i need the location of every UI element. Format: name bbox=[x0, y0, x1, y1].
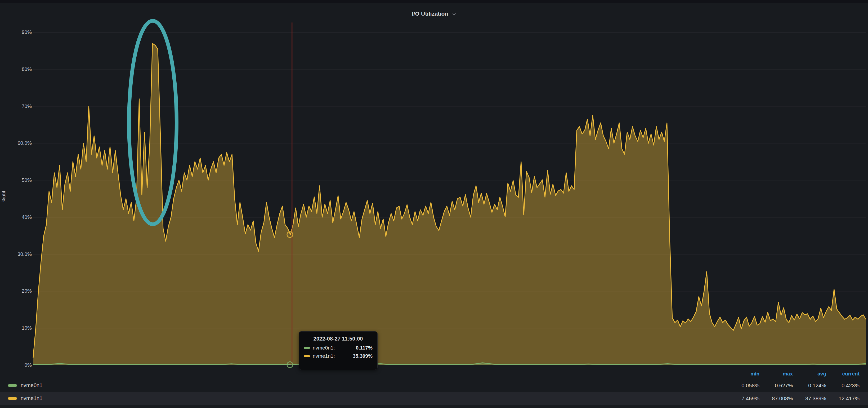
y-tick-label: 40% bbox=[3, 214, 32, 220]
y-tick-label: 20% bbox=[3, 288, 32, 294]
legend-header-max[interactable]: max bbox=[758, 371, 793, 377]
y-tick-label: 60.0% bbox=[3, 140, 32, 146]
legend-stat-max: 0.627% bbox=[758, 382, 793, 388]
tooltip-row-nvme0n1: nvme0n1:0.117% bbox=[304, 345, 373, 351]
legend-series-name[interactable]: nvme0n1 bbox=[21, 382, 42, 388]
legend-stat-current: 0.423% bbox=[825, 382, 860, 388]
y-tick-label: 70% bbox=[3, 103, 32, 109]
y-tick-label: 10% bbox=[3, 325, 32, 331]
legend-stat-avg: 0.124% bbox=[792, 382, 826, 388]
panel-title[interactable]: I/O Utilization bbox=[412, 10, 448, 17]
tooltip-row-nvme1n1: nvme1n1:35.309% bbox=[304, 353, 373, 359]
legend-stat-min: 0.058% bbox=[725, 382, 760, 388]
io-utilization-panel: I/O Utilization %util 90%80%70%60.0%50%4… bbox=[0, 3, 868, 408]
legend-stat-max: 87.008% bbox=[758, 395, 793, 401]
panel-header[interactable]: I/O Utilization bbox=[0, 8, 868, 20]
legend-headers: minmaxavgcurrent bbox=[0, 370, 868, 379]
legend-rows: nvme0n10.058%0.627%0.124%0.423%nvme1n17.… bbox=[0, 379, 868, 405]
chart-tooltip: 2022-08-27 11:50:00 nvme0n1:0.117%nvme1n… bbox=[299, 331, 378, 370]
series-color-swatch bbox=[304, 347, 310, 349]
tooltip-timestamp: 2022-08-27 11:50:00 bbox=[304, 336, 373, 342]
legend-header-avg[interactable]: avg bbox=[792, 371, 826, 377]
legend-stat-current: 12.417% bbox=[825, 395, 860, 401]
tooltip-series-label: nvme0n1: bbox=[313, 345, 335, 351]
y-tick-label: 30.0% bbox=[3, 251, 32, 257]
io-utilization-chart[interactable] bbox=[33, 23, 866, 365]
legend-table: minmaxavgcurrent nvme0n10.058%0.627%0.12… bbox=[0, 370, 868, 405]
y-tick-label: 90% bbox=[3, 29, 32, 35]
grafana-panel-screenshot: I/O Utilization %util 90%80%70%60.0%50%4… bbox=[0, 0, 868, 408]
series-color-swatch bbox=[304, 355, 310, 357]
tooltip-series-value: 0.117% bbox=[335, 345, 373, 351]
tooltip-rows: nvme0n1:0.117%nvme1n1:35.309% bbox=[304, 345, 373, 359]
legend-row-nvme0n1[interactable]: nvme0n10.058%0.627%0.124%0.423% bbox=[0, 379, 868, 392]
tooltip-series-label: nvme1n1: bbox=[313, 353, 335, 359]
y-tick-label: 0% bbox=[3, 362, 32, 368]
legend-header-current[interactable]: current bbox=[825, 371, 860, 377]
legend-stat-avg: 37.389% bbox=[792, 395, 826, 401]
series-fill-nvme1n1 bbox=[33, 43, 866, 365]
series-color-swatch[interactable] bbox=[8, 384, 17, 387]
legend-stat-min: 7.469% bbox=[725, 395, 760, 401]
legend-series-name[interactable]: nvme1n1 bbox=[21, 395, 42, 401]
y-tick-label: 50% bbox=[3, 177, 32, 183]
y-axis-label: %util bbox=[1, 191, 7, 202]
legend-row-nvme1n1[interactable]: nvme1n17.469%87.008%37.389%12.417% bbox=[0, 392, 868, 405]
chart-svg[interactable] bbox=[33, 23, 866, 365]
y-tick-label: 80% bbox=[3, 66, 32, 72]
tooltip-series-value: 35.309% bbox=[335, 353, 373, 359]
series-color-swatch[interactable] bbox=[8, 397, 17, 400]
legend-header-min[interactable]: min bbox=[725, 371, 760, 377]
chevron-down-icon bbox=[452, 12, 456, 16]
